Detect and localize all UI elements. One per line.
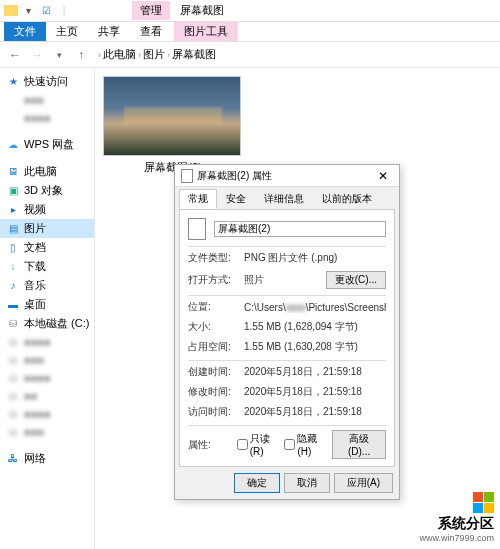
sidebar-item-videos[interactable]: ▸ 视频	[0, 200, 94, 219]
attrs-label: 属性:	[188, 438, 229, 452]
dropdown-icon[interactable]: ▾	[20, 3, 36, 19]
ok-button[interactable]: 确定	[234, 473, 280, 493]
sidebar-item-3d-objects[interactable]: ▣ 3D 对象	[0, 181, 94, 200]
sidebar-item-label: 下载	[24, 259, 46, 274]
sidebar-item-blurred[interactable]: ⛁■■■	[0, 351, 94, 369]
sidebar-item-label: 图片	[24, 221, 46, 236]
sidebar-item-label: 本地磁盘 (C:)	[24, 316, 89, 331]
sidebar-item-quick-access[interactable]: ★ 快速访问	[0, 72, 94, 91]
video-icon: ▸	[6, 203, 20, 217]
breadcrumb[interactable]: › 此电脑 › 图片 › 屏幕截图	[98, 47, 216, 62]
window-titlebar: ▾ ☑ | 管理 屏幕截图	[0, 0, 500, 22]
tab-home[interactable]: 主页	[46, 22, 88, 41]
dialog-tab-strip: 常规 安全 详细信息 以前的版本	[175, 187, 399, 209]
accessed-label: 访问时间:	[188, 405, 236, 419]
readonly-input[interactable]	[237, 439, 248, 450]
music-icon: ♪	[6, 279, 20, 293]
cancel-button[interactable]: 取消	[284, 473, 330, 493]
navigation-pane: ★ 快速访问 ■■■ ■■■■ ☁ WPS 网盘 🖥 此电脑 ▣ 3D 对象 ▸	[0, 68, 95, 549]
properties-dialog: 屏幕截图(2) 属性 ✕ 常规 安全 详细信息 以前的版本 文件类型: PNG …	[174, 164, 400, 500]
advanced-button[interactable]: 高级(D)...	[332, 430, 386, 459]
watermark: 系统分区 www.win7999.com	[419, 492, 494, 543]
sidebar-item-desktop[interactable]: ▬ 桌面	[0, 295, 94, 314]
sidebar-item-network[interactable]: 🖧 网络	[0, 449, 94, 468]
picture-icon: ▤	[6, 222, 20, 236]
windows-logo-icon	[473, 492, 494, 513]
sidebar-item-this-pc[interactable]: 🖥 此电脑	[0, 162, 94, 181]
tab-details[interactable]: 详细信息	[255, 189, 313, 209]
ribbon-tabs: 文件 主页 共享 查看 图片工具	[0, 22, 500, 42]
separator: |	[56, 3, 72, 19]
tab-previous-versions[interactable]: 以前的版本	[313, 189, 381, 209]
sidebar-item-label: 文档	[24, 240, 46, 255]
sidebar-item-label: 桌面	[24, 297, 46, 312]
breadcrumb-screenshots[interactable]: 屏幕截图	[172, 47, 216, 62]
desktop-icon: ▬	[6, 298, 20, 312]
sidebar-item-label: WPS 网盘	[24, 137, 74, 152]
open-with-value: 照片	[244, 273, 318, 287]
sidebar-item-blurred[interactable]: ⛁■■■	[0, 423, 94, 441]
size-label: 大小:	[188, 320, 236, 334]
up-button[interactable]: ↑	[72, 46, 90, 64]
sidebar-item-label: 3D 对象	[24, 183, 63, 198]
download-icon: ↓	[6, 260, 20, 274]
tab-file[interactable]: 文件	[4, 22, 46, 41]
created-label: 创建时间:	[188, 365, 236, 379]
type-value: PNG 图片文件 (.png)	[244, 251, 386, 265]
apply-button[interactable]: 应用(A)	[334, 473, 393, 493]
cloud-icon: ☁	[6, 138, 20, 152]
hidden-input[interactable]	[284, 439, 295, 450]
filename-input[interactable]	[214, 221, 386, 237]
sidebar-item-label: 视频	[24, 202, 46, 217]
star-icon: ★	[6, 75, 20, 89]
watermark-url: www.win7999.com	[419, 533, 494, 543]
sidebar-item-blurred[interactable]: ■■■	[0, 91, 94, 109]
back-button[interactable]: ←	[6, 46, 24, 64]
sidebar-item-blurred[interactable]: ■■■■	[0, 109, 94, 127]
sidebar-item-documents[interactable]: ▯ 文档	[0, 238, 94, 257]
sidebar-item-blurred[interactable]: ⛁■■■■	[0, 333, 94, 351]
close-button[interactable]: ✕	[373, 169, 393, 183]
properties-icon[interactable]: ☑	[38, 3, 54, 19]
file-item[interactable]: 屏幕截图(2)	[103, 76, 243, 175]
sidebar-item-blurred[interactable]: ⛁■■	[0, 387, 94, 405]
context-tab-manage[interactable]: 管理	[132, 1, 170, 20]
sidebar-item-pictures[interactable]: ▤ 图片	[0, 219, 94, 238]
document-icon: ▯	[6, 241, 20, 255]
sidebar-item-local-disk-c[interactable]: ⛁ 本地磁盘 (C:)	[0, 314, 94, 333]
tab-picture-tools[interactable]: 图片工具	[174, 22, 238, 41]
readonly-checkbox[interactable]: 只读(R)	[237, 432, 277, 457]
sidebar-item-wps[interactable]: ☁ WPS 网盘	[0, 135, 94, 154]
cube-icon: ▣	[6, 184, 20, 198]
watermark-title: 系统分区	[419, 515, 494, 533]
context-tab-group: 管理 屏幕截图	[132, 1, 232, 20]
location-label: 位置:	[188, 300, 236, 314]
dialog-titlebar[interactable]: 屏幕截图(2) 属性 ✕	[175, 165, 399, 187]
ondisk-value: 1.55 MB (1,630,208 字节)	[244, 340, 386, 354]
sidebar-item-label: 此电脑	[24, 164, 57, 179]
tab-general[interactable]: 常规	[179, 189, 217, 209]
sidebar-item-downloads[interactable]: ↓ 下载	[0, 257, 94, 276]
chevron-right-icon: ›	[167, 50, 170, 60]
forward-button[interactable]: →	[28, 46, 46, 64]
hidden-checkbox[interactable]: 隐藏(H)	[284, 432, 324, 457]
sidebar-item-blurred[interactable]: ⛁■■■■	[0, 405, 94, 423]
size-value: 1.55 MB (1,628,094 字节)	[244, 320, 386, 334]
tab-share[interactable]: 共享	[88, 22, 130, 41]
modified-value: 2020年5月18日，21:59:18	[244, 385, 386, 399]
dialog-body: 文件类型: PNG 图片文件 (.png) 打开方式: 照片 更改(C)... …	[179, 209, 395, 467]
breadcrumb-this-pc[interactable]: 此电脑	[103, 47, 136, 62]
sidebar-item-blurred[interactable]: ⛁■■■■	[0, 369, 94, 387]
open-with-label: 打开方式:	[188, 273, 236, 287]
change-button[interactable]: 更改(C)...	[326, 271, 386, 289]
type-label: 文件类型:	[188, 251, 236, 265]
chevron-right-icon: ›	[138, 50, 141, 60]
file-thumbnail	[103, 76, 241, 156]
tab-security[interactable]: 安全	[217, 189, 255, 209]
breadcrumb-pictures[interactable]: 图片	[143, 47, 165, 62]
recent-dropdown[interactable]: ▾	[50, 46, 68, 64]
chevron-right-icon: ›	[98, 50, 101, 60]
folder-icon	[4, 5, 18, 16]
tab-view[interactable]: 查看	[130, 22, 172, 41]
sidebar-item-music[interactable]: ♪ 音乐	[0, 276, 94, 295]
